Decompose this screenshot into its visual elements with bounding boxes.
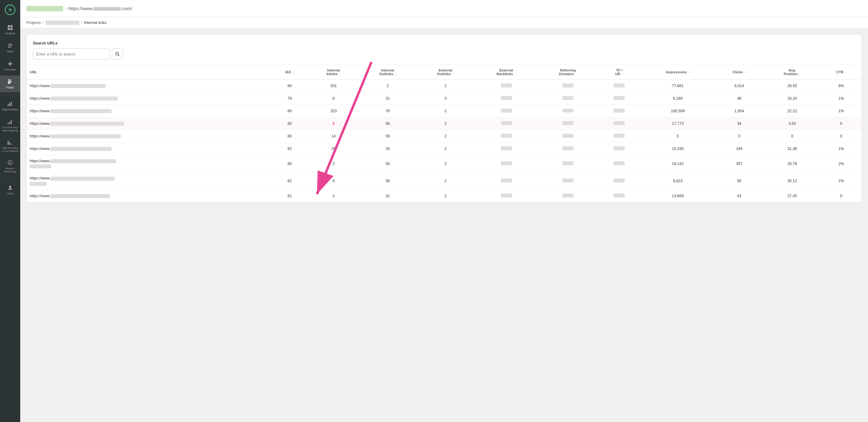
cell-blurred: [501, 83, 512, 87]
url-text: https://www.: [30, 96, 50, 100]
outlinks-cell: 36: [359, 172, 417, 189]
svg-rect-4: [10, 28, 12, 30]
col-external-outlinks[interactable]: ExternalOutlinks ↕: [416, 65, 474, 80]
sidebar-item-projects-label: Projects: [5, 32, 15, 35]
sidebar-item-users[interactable]: Users: [0, 182, 20, 199]
url-blurred-2: [30, 164, 51, 169]
svg-rect-17: [9, 122, 10, 124]
sidebar-item-tasks[interactable]: Tasks: [0, 39, 20, 56]
svg-point-22: [9, 185, 11, 188]
inlinks-cell: 9: [308, 172, 359, 189]
clicks-cell: 357: [715, 155, 764, 172]
ref-domains-cell: [538, 143, 598, 155]
sidebar-item-pages[interactable]: Pages: [0, 76, 20, 92]
cell-blurred: [562, 146, 574, 150]
breadcrumb-current: Internal links: [84, 20, 106, 25]
breadcrumb-bar: Projects / / Internal links: [20, 17, 868, 28]
backlinks-cell: [474, 130, 538, 143]
url-text: https://www.: [30, 84, 50, 88]
ias-cell: 80: [271, 155, 308, 172]
sidebar-item-projects[interactable]: Projects: [0, 22, 20, 38]
backlinks-cell: [474, 189, 538, 202]
topbar: - https://www..com/: [20, 0, 868, 17]
ias-cell: 82: [271, 172, 308, 189]
breadcrumb-sep-2: /: [81, 20, 83, 25]
ctr-cell: 0: [821, 117, 862, 130]
ext-outlinks-cell: 2: [416, 172, 474, 189]
search-button[interactable]: [112, 49, 123, 60]
col-external-backlinks[interactable]: ExternalBacklinks ↕: [474, 65, 538, 80]
ref-domains-cell: [538, 172, 598, 189]
col-ias[interactable]: IAS ↕: [271, 65, 308, 80]
sidebar-item-low-incoming[interactable]: Low Incoming / High Outgoing: [0, 116, 20, 135]
outlinks-cell: 56: [359, 155, 417, 172]
sidebar-item-overview[interactable]: Overview: [0, 58, 20, 74]
cell-blurred: [501, 193, 512, 198]
col-impressions[interactable]: Impressions ↕: [641, 65, 715, 80]
url-blurred: [50, 159, 116, 163]
col-url[interactable]: URL: [27, 65, 271, 80]
ias-cell: 82: [271, 143, 308, 155]
cell-blurred: [614, 193, 625, 198]
col-internal-outlinks[interactable]: InternalOutlinks ↕: [359, 65, 417, 80]
sidebar-item-opportunities[interactable]: Opportunities: [0, 97, 20, 114]
cell-blurred: [562, 193, 574, 198]
sidebar-item-overview-label: Overview: [4, 68, 16, 71]
svg-point-8: [9, 63, 11, 65]
avg-pos-cell: 3.93: [764, 117, 821, 130]
ext-outlinks-cell: 2: [416, 155, 474, 172]
cell-blurred: [614, 96, 625, 100]
col-clicks[interactable]: Clicks ↕: [715, 65, 764, 80]
tf-ur-cell: [598, 143, 640, 155]
clicks-cell: 65: [715, 172, 764, 189]
url-cell: https://www.: [27, 155, 271, 172]
col-avg-position[interactable]: Avg.Position ↕: [764, 65, 821, 80]
main-content: - https://www..com/ Projects / / Interna…: [20, 0, 868, 422]
breadcrumb: Projects / / Internal links: [26, 20, 862, 25]
sidebar-item-high-incoming[interactable]: High Incoming / Low Outgoing: [0, 136, 20, 155]
sidebar-divider-1: [2, 95, 19, 95]
backlinks-cell: [474, 105, 538, 117]
sidebar-item-tasks-label: Tasks: [6, 50, 13, 53]
col-ctr[interactable]: CTR ↕: [821, 65, 862, 80]
sidebar-item-opportunities-label: Opportunities: [2, 108, 19, 111]
urls-table: URL IAS ↕ InternalInlinks ↕ InternalOutl…: [27, 65, 862, 203]
url-text: https://www.: [30, 109, 50, 113]
breadcrumb-sep-1: /: [42, 20, 44, 25]
sidebar-item-broken[interactable]: Broken / Redirecting: [0, 157, 20, 176]
outlinks-cell: 2: [359, 80, 417, 92]
svg-rect-9: [8, 79, 11, 80]
ref-domains-cell: [538, 130, 598, 143]
cell-blurred: [501, 121, 512, 125]
sidebar-item-low-incoming-label: Low Incoming / High Outgoing: [2, 126, 19, 132]
col-internal-inlinks[interactable]: InternalInlinks ↕: [308, 65, 359, 80]
col-tf-ur[interactable]: TF /UR ↕: [598, 65, 640, 80]
search-input[interactable]: [33, 49, 110, 60]
ctr-cell: 8%: [821, 80, 862, 92]
table-row: https://www. 80 201 2 2 77,881 6,014 29.…: [27, 80, 862, 92]
table-wrap: URL IAS ↕ InternalInlinks ↕ InternalOutl…: [27, 65, 862, 203]
cell-blurred: [501, 134, 512, 138]
breadcrumb-project-name: [46, 21, 80, 25]
clicks-cell: 43: [715, 189, 764, 202]
tf-ur-cell: [598, 80, 640, 92]
ctr-cell: 0: [821, 130, 862, 143]
ref-domains-cell: [538, 80, 598, 92]
url-text: https://www.: [30, 176, 50, 180]
ctr-cell: 0: [821, 189, 862, 202]
backlinks-cell: [474, 117, 538, 130]
impressions-cell: 19,142: [641, 155, 715, 172]
cell-blurred: [501, 96, 512, 100]
col-referring-domains[interactable]: ReferringDomains ↕: [538, 65, 598, 80]
ias-cell: 80: [271, 130, 308, 143]
ctr-cell: 1%: [821, 105, 862, 117]
outlinks-cell: 59: [359, 130, 417, 143]
url-blurred: [50, 84, 105, 88]
avg-pos-cell: 35.12: [764, 172, 821, 189]
svg-rect-5: [8, 44, 12, 44]
content-area: Search URLs URL: [20, 28, 868, 422]
breadcrumb-projects[interactable]: Projects: [26, 20, 41, 25]
inlinks-cell: 26: [308, 143, 359, 155]
sidebar-item-high-incoming-label: High Incoming / Low Outgoing: [2, 147, 19, 152]
brand-logo: [26, 6, 63, 11]
